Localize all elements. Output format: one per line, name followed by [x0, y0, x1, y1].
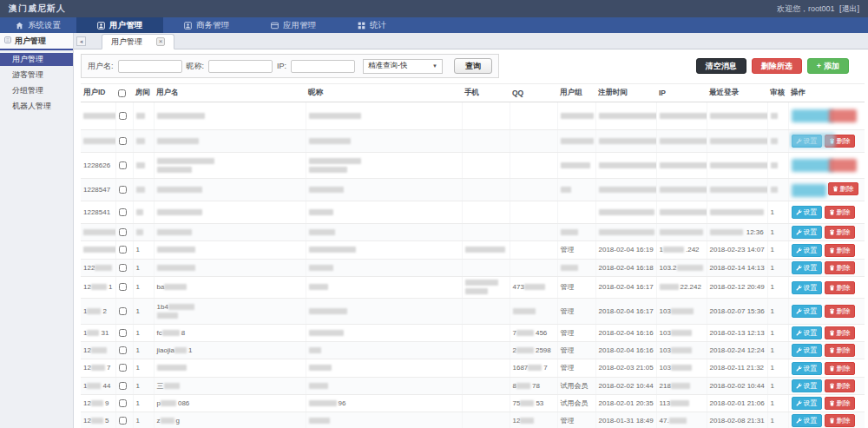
last-cell: 2018-02-12 20:49: [707, 277, 767, 299]
name-cell: [154, 241, 306, 260]
row-checkbox[interactable]: [119, 364, 127, 372]
row-checkbox[interactable]: [119, 329, 127, 337]
row-checkbox[interactable]: [119, 208, 127, 216]
redacted-text: [465, 288, 488, 294]
nav-item-business-management[interactable]: 商务管理: [163, 17, 250, 33]
redacted-text: [309, 209, 333, 215]
nav-item-user-management[interactable]: 用户管理: [76, 17, 163, 33]
cb-cell: [115, 395, 133, 412]
delete-row-button[interactable]: 删除: [825, 326, 855, 339]
redacted-text: [309, 400, 337, 406]
nick-cell: [306, 378, 462, 395]
settings-row-button[interactable]: 设置: [792, 344, 822, 357]
nav-item-statistics[interactable]: 统计: [337, 17, 407, 33]
cell-text: 管理: [561, 283, 575, 291]
reg-cell: 2018-02-04 16:16: [595, 325, 656, 342]
delete-row-button[interactable]: 删除: [825, 362, 855, 375]
search-button[interactable]: 查询: [454, 58, 492, 74]
row-checkbox[interactable]: [119, 382, 127, 390]
cell-text: 103.2: [660, 264, 677, 272]
settings-row-button[interactable]: 设置: [792, 326, 822, 339]
username-input[interactable]: [118, 60, 182, 73]
settings-row-button[interactable]: 设置: [792, 362, 822, 375]
query-mode-select[interactable]: 精准查询-快 ▼: [363, 59, 443, 74]
delete-selected-button[interactable]: 删除所选: [752, 58, 802, 74]
row-checkbox[interactable]: [119, 246, 127, 254]
sidebar-item-user-management[interactable]: 用户管理: [0, 53, 73, 66]
redacted-text: [561, 162, 590, 168]
settings-row-button[interactable]: 设置: [792, 281, 822, 294]
delete-row-button[interactable]: 删除: [825, 261, 855, 274]
settings-row-button[interactable]: 设置: [792, 305, 822, 318]
nav-item-system-settings[interactable]: 系统设置: [0, 17, 76, 33]
delete-row-button-label: 删除: [837, 328, 851, 338]
logout-link[interactable]: [退出]: [839, 4, 859, 13]
delete-row-button[interactable]: 删除: [825, 244, 855, 257]
settings-row-button[interactable]: 设置: [792, 397, 822, 410]
add-button[interactable]: +添加: [807, 58, 849, 74]
delete-row-button[interactable]: 删除: [828, 182, 858, 195]
phone-cell: [462, 378, 510, 395]
sidebar-item-robot-management[interactable]: 机器人管理: [0, 100, 73, 113]
redacted-text: [309, 418, 330, 424]
settings-row-button[interactable]: 设置: [792, 379, 822, 392]
delete-row-button[interactable]: 删除: [825, 414, 855, 427]
delete-row-button[interactable]: 删除: [825, 379, 855, 392]
tab-user-management[interactable]: 用户管理 ×: [102, 34, 174, 49]
row-checkbox[interactable]: [119, 307, 127, 315]
tab-scroll-left-icon[interactable]: ◂: [76, 36, 86, 46]
delete-row-button[interactable]: 删除: [825, 397, 855, 410]
row-checkbox[interactable]: [119, 264, 127, 272]
select-all-checkbox[interactable]: [118, 89, 126, 97]
redacted-text: [83, 113, 115, 119]
group-cell: 管理: [557, 342, 595, 359]
redacted-text: [520, 418, 534, 424]
row-checkbox[interactable]: [119, 161, 127, 169]
qq-cell: 7456: [510, 325, 557, 342]
delete-row-button[interactable]: 删除: [825, 206, 855, 219]
sidebar-item-group-management[interactable]: 分组管理: [0, 84, 73, 97]
delete-row-button-label: 删除: [837, 416, 851, 425]
row-checkbox[interactable]: [119, 137, 127, 145]
delete-row-button-label: 删除: [837, 263, 851, 273]
settings-row-button[interactable]: 设置: [792, 206, 822, 219]
settings-row-button[interactable]: 设置: [792, 244, 822, 257]
cell-text: 2018-02-04 16:16: [599, 346, 654, 354]
cell-text: 456: [536, 329, 547, 337]
cell-text: 2018-02-13 12:13: [710, 329, 765, 337]
clear-messages-button[interactable]: 清空消息: [696, 58, 746, 74]
ip-input[interactable]: [291, 60, 355, 73]
row-checkbox[interactable]: [119, 417, 127, 425]
row-checkbox[interactable]: [119, 346, 127, 354]
redacted-text: [524, 284, 545, 290]
nickname-input[interactable]: [208, 60, 273, 73]
settings-row-button[interactable]: 设置: [792, 261, 822, 274]
name-cell: fc8: [154, 325, 306, 342]
row-checkbox[interactable]: [119, 228, 127, 236]
phone-cell: [462, 359, 510, 378]
ops-cell: 设置删除: [788, 359, 865, 378]
sidebar-item-guest-management[interactable]: 游客管理: [0, 69, 73, 82]
delete-row-button[interactable]: 删除: [825, 281, 855, 294]
name-cell: 三: [154, 378, 306, 395]
row-checkbox[interactable]: [119, 186, 127, 194]
cell-text: 103: [660, 346, 671, 354]
row-checkbox[interactable]: [119, 399, 127, 407]
table-row: 设置删除: [81, 130, 865, 153]
nav-item-app-management[interactable]: 应用管理: [250, 17, 337, 33]
settings-row-button[interactable]: 设置: [792, 226, 822, 239]
redacted-text: [136, 162, 145, 168]
delete-row-button[interactable]: 删除: [825, 305, 855, 318]
nick-cell: [306, 130, 462, 153]
ip-cell: 1.242: [656, 241, 707, 260]
row-checkbox[interactable]: [119, 283, 127, 291]
settings-row-button[interactable]: 设置: [792, 414, 822, 427]
delete-row-button[interactable]: 删除: [825, 344, 855, 357]
cell-text: 53: [536, 399, 543, 407]
redacted-text: [309, 308, 347, 314]
close-icon[interactable]: ×: [156, 37, 165, 46]
row-checkbox[interactable]: [119, 112, 127, 120]
cell-text: 管理: [561, 329, 575, 337]
settings-row-button-label: 设置: [804, 263, 818, 273]
delete-row-button[interactable]: 删除: [825, 226, 855, 239]
